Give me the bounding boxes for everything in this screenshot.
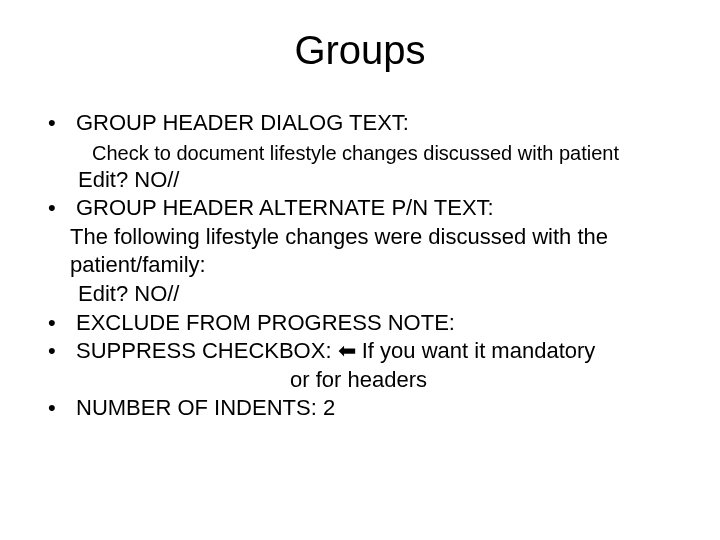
slide-title: Groups — [30, 28, 690, 73]
indents-label: NUMBER OF INDENTS: 2 — [76, 395, 335, 420]
suppress-or-line: or for headers — [42, 366, 690, 395]
suppress-label-part1: SUPPRESS CHECKBOX: — [76, 338, 338, 363]
header-dialog-label: GROUP HEADER DIALOG TEXT: — [76, 110, 409, 135]
bullet-item-exclude: EXCLUDE FROM PROGRESS NOTE: — [42, 309, 690, 338]
bullet-item-header-dialog: GROUP HEADER DIALOG TEXT: — [42, 109, 690, 138]
header-dialog-subtext: Check to document lifestyle changes disc… — [42, 140, 690, 166]
header-dialog-edit: Edit? NO// — [42, 166, 690, 195]
alternate-pn-desc: The following lifestyle changes were dis… — [42, 223, 690, 280]
bullet-item-indents: NUMBER OF INDENTS: 2 — [42, 394, 690, 423]
slide-body: GROUP HEADER DIALOG TEXT: Check to docum… — [30, 109, 690, 423]
exclude-label: EXCLUDE FROM PROGRESS NOTE: — [76, 310, 455, 335]
suppress-label-part2: If you want it mandatory — [356, 338, 596, 363]
alternate-pn-edit: Edit? NO// — [42, 280, 690, 309]
bullet-item-alternate-pn: GROUP HEADER ALTERNATE P/N TEXT: — [42, 194, 690, 223]
bullet-list: GROUP HEADER DIALOG TEXT: Check to docum… — [42, 109, 690, 423]
bullet-item-suppress: SUPPRESS CHECKBOX: ⬅ If you want it mand… — [42, 337, 690, 366]
alternate-pn-label: GROUP HEADER ALTERNATE P/N TEXT: — [76, 195, 494, 220]
left-arrow-icon: ⬅ — [338, 338, 356, 363]
